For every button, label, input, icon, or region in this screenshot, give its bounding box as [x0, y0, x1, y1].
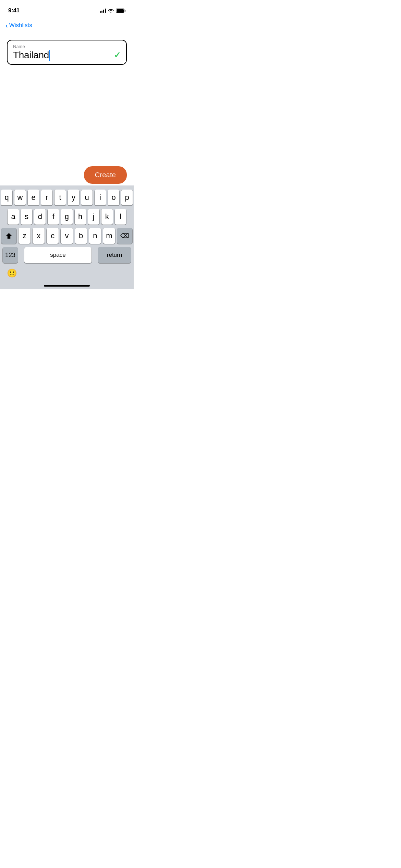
key-g[interactable]: g [61, 209, 72, 225]
name-input-value[interactable]: Thailand [13, 50, 50, 61]
back-chevron-icon: ‹ [5, 22, 8, 29]
emoji-button[interactable]: 🙂 [7, 268, 17, 278]
key-u[interactable]: u [81, 190, 93, 205]
keyboard-emoji-row: 🙂 [1, 266, 132, 285]
key-z[interactable]: z [19, 228, 31, 244]
input-row: Thailand ✓ [13, 50, 121, 61]
space-key[interactable]: space [24, 247, 92, 263]
key-j[interactable]: j [88, 209, 99, 225]
key-h[interactable]: h [75, 209, 86, 225]
keyboard: q w e r t y u i o p a s d f g h j k l z … [0, 185, 134, 289]
key-t[interactable]: t [54, 190, 66, 205]
key-l[interactable]: l [115, 209, 126, 225]
content-area: Name Thailand ✓ [0, 32, 134, 65]
home-indicator [44, 285, 90, 287]
key-p[interactable]: p [121, 190, 133, 205]
input-text: Thailand [13, 50, 49, 61]
status-bar: 9:41 [0, 0, 134, 16]
key-o[interactable]: o [108, 190, 119, 205]
nav-bar: ‹ Wishlists [0, 16, 134, 32]
battery-icon [116, 9, 125, 13]
keyboard-bottom-row: 123 space return [1, 247, 132, 263]
back-button[interactable]: ‹ Wishlists [5, 22, 32, 29]
keyboard-row-1: q w e r t y u i o p [1, 190, 132, 205]
key-d[interactable]: d [34, 209, 46, 225]
key-x[interactable]: x [33, 228, 45, 244]
key-s[interactable]: s [21, 209, 32, 225]
key-q[interactable]: q [1, 190, 12, 205]
status-time: 9:41 [8, 7, 20, 14]
keyboard-row-2: a s d f g h j k l [1, 209, 132, 225]
delete-icon: ⌫ [120, 232, 129, 240]
back-label: Wishlists [9, 22, 32, 29]
key-y[interactable]: y [68, 190, 79, 205]
numbers-key[interactable]: 123 [3, 247, 18, 263]
wifi-icon [108, 9, 114, 13]
key-m[interactable]: m [103, 228, 115, 244]
create-button-wrap: Create [84, 166, 127, 184]
valid-checkmark-icon: ✓ [114, 50, 121, 60]
keyboard-row-3: z x c v b n m ⌫ [1, 228, 132, 244]
status-icons [100, 9, 125, 13]
input-label: Name [13, 44, 121, 49]
delete-key[interactable]: ⌫ [117, 228, 132, 244]
key-v[interactable]: v [61, 228, 73, 244]
shift-key[interactable] [1, 228, 16, 244]
key-f[interactable]: f [48, 209, 59, 225]
key-i[interactable]: i [95, 190, 106, 205]
name-input-container[interactable]: Name Thailand ✓ [7, 40, 127, 65]
key-w[interactable]: w [14, 190, 26, 205]
key-b[interactable]: b [75, 228, 87, 244]
key-a[interactable]: a [8, 209, 19, 225]
signal-icon [100, 9, 106, 13]
key-c[interactable]: c [47, 228, 59, 244]
key-k[interactable]: k [101, 209, 113, 225]
key-n[interactable]: n [89, 228, 101, 244]
create-button[interactable]: Create [84, 166, 127, 184]
return-key[interactable]: return [98, 247, 131, 263]
text-cursor [49, 50, 50, 61]
key-e[interactable]: e [28, 190, 39, 205]
key-r[interactable]: r [41, 190, 52, 205]
